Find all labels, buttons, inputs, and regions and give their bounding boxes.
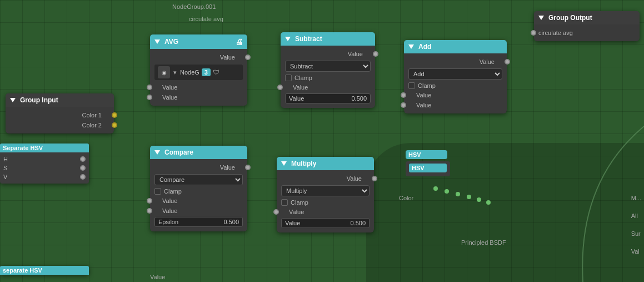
subtract-val-field-num: 0.500 [351, 95, 367, 102]
subtract-title: Subtract [295, 35, 322, 43]
v-label: V [3, 174, 7, 180]
avg-inner-controls: ◉ ▾ NodeG 3 🛡 [154, 65, 243, 80]
add-val2-row: Value [408, 100, 502, 110]
socket-in-compare-val2 [147, 208, 152, 214]
hsv-h-row: H [3, 155, 86, 164]
multiply-clamp-row: Clamp [281, 198, 370, 207]
green-dot-5 [477, 197, 481, 202]
subtract-body: Value Subtract Clamp Value Value 0.500 [281, 46, 375, 108]
socket-out-color2 [112, 122, 117, 128]
avg-value1-row: Value [154, 82, 243, 92]
multiply-clamp-checkbox[interactable] [281, 199, 288, 206]
subtract-val-field-label: Value [289, 95, 304, 102]
partial-hsv-right: HSV [406, 150, 447, 159]
subtract-header: Subtract [281, 32, 375, 46]
compare-body: Value Compare Clamp Value Value Epsilon … [150, 159, 247, 231]
compare-val2-row: Value [154, 206, 243, 216]
subtract-collapse-icon[interactable] [285, 37, 291, 41]
socket-out-subtract [373, 51, 378, 57]
multiply-value-label: Value [347, 175, 362, 182]
socket-out-v [80, 174, 86, 180]
add-val2-label: Value [416, 102, 431, 108]
subtract-clamp-label: Clamp [294, 75, 312, 81]
node-subtract: Subtract Value Subtract Clamp Value Valu… [281, 32, 375, 108]
circulate-avg-top-label: circulate avg [189, 16, 223, 22]
subtract-value-field[interactable]: Value 0.500 [285, 93, 371, 103]
sur-label: Sur [631, 230, 641, 237]
compare-val2-label: Value [162, 207, 177, 214]
principled-bsdf-label: Principled BSDF [461, 239, 506, 246]
avg-header: AVG 🖨 [150, 34, 247, 49]
multiply-header: Multiply [277, 157, 374, 170]
sphere-icon-btn[interactable]: ◉ [158, 66, 170, 78]
partial-hsv-right-header: HSV [406, 150, 447, 159]
multiply-val-label: Value [289, 209, 304, 215]
socket-out-color1 [112, 112, 117, 118]
multiply-val-field-label: Value [285, 220, 300, 226]
subtract-clamp-checkbox[interactable] [285, 75, 292, 81]
val-label: Val [631, 248, 641, 255]
subtract-value-label: Value [348, 51, 363, 57]
multiply-clamp-label: Clamp [291, 199, 308, 206]
compare-dropdown[interactable]: Compare [154, 174, 243, 185]
avg-collapse-icon[interactable] [154, 39, 160, 44]
separate-hsv-tag: Separate HSV [0, 144, 89, 152]
multiply-dropdown[interactable]: Multiply [281, 185, 370, 196]
compare-clamp-checkbox[interactable] [154, 188, 161, 195]
compare-clamp-row: Clamp [154, 187, 243, 196]
subtract-value-out-row: Value [285, 49, 371, 59]
avg-value-out-row: Value [154, 52, 243, 62]
node-group-output: Group Output circulate avg [534, 11, 640, 41]
value-bottom-label: Value [150, 274, 165, 280]
socket-out-multiply [372, 176, 377, 181]
socket-out-avg-value [245, 55, 251, 60]
nodeg-text: NodeG [180, 69, 199, 76]
node-compare: Compare Value Compare Clamp Value Value … [150, 146, 247, 231]
node-add: Add Value Add Clamp Value Value [404, 40, 507, 113]
multiply-value-field[interactable]: Value 0.500 [281, 218, 370, 228]
group-input-collapse-icon[interactable] [10, 98, 16, 102]
separate-hsv-bottom-tag: separate HSV [0, 266, 89, 275]
add-value-label: Value [480, 58, 495, 65]
group-input-title: Group Input [20, 96, 58, 104]
socket-in-avg-val2 [147, 95, 152, 100]
add-dropdown[interactable]: Add [408, 68, 502, 80]
green-dot-6 [486, 200, 491, 205]
add-val1-label: Value [416, 92, 431, 98]
socket-in-subtract-val [277, 85, 283, 90]
node-avg: AVG 🖨 Value ◉ ▾ NodeG 3 🛡 Value Value [150, 34, 247, 106]
epsilon-label: Epsilon [158, 219, 178, 225]
compare-val1-row: Value [154, 196, 243, 206]
compare-epsilon-field[interactable]: Epsilon 0.500 [154, 217, 243, 227]
compare-collapse-icon[interactable] [154, 150, 160, 155]
avg-value2-row: Value [154, 92, 243, 102]
avg-val1-label: Value [162, 84, 177, 91]
green-dot-4 [467, 195, 471, 199]
multiply-collapse-icon[interactable] [281, 161, 287, 166]
add-value-out-row: Value [408, 57, 502, 67]
right-side-labels: M... All Sur Val [631, 195, 641, 255]
socket-in-circulate [531, 30, 536, 36]
green-dot-3 [456, 192, 460, 196]
socket-out-h [80, 156, 86, 162]
multiply-title: Multiply [291, 160, 316, 167]
avg-value-label: Value [220, 54, 235, 61]
group-output-header: Group Output [534, 11, 640, 24]
subtract-val-row: Value [285, 82, 371, 92]
multiply-body: Value Multiply Clamp Value Value 0.500 [277, 170, 374, 232]
node-multiply: Multiply Value Multiply Clamp Value Valu… [277, 157, 374, 232]
node-g-label: ▾ [173, 69, 177, 76]
compare-value-out-row: Value [154, 162, 243, 172]
nodegroup-label: NodeGroup.001 [172, 3, 216, 10]
group-input-color2-row: Color 2 [10, 120, 109, 130]
socket-in-add-val2 [401, 102, 406, 108]
node-group-input: Group Input Color 1 Color 2 [6, 93, 114, 133]
collapse-triangle-icon[interactable] [538, 16, 544, 20]
add-collapse-icon[interactable] [408, 44, 414, 49]
subtract-dropdown[interactable]: Subtract [285, 61, 371, 72]
compare-val1-label: Value [162, 197, 177, 204]
all-label: All [631, 212, 641, 219]
add-clamp-checkbox[interactable] [408, 82, 415, 89]
group-input-header: Group Input [6, 93, 114, 107]
compare-title: Compare [164, 149, 193, 156]
